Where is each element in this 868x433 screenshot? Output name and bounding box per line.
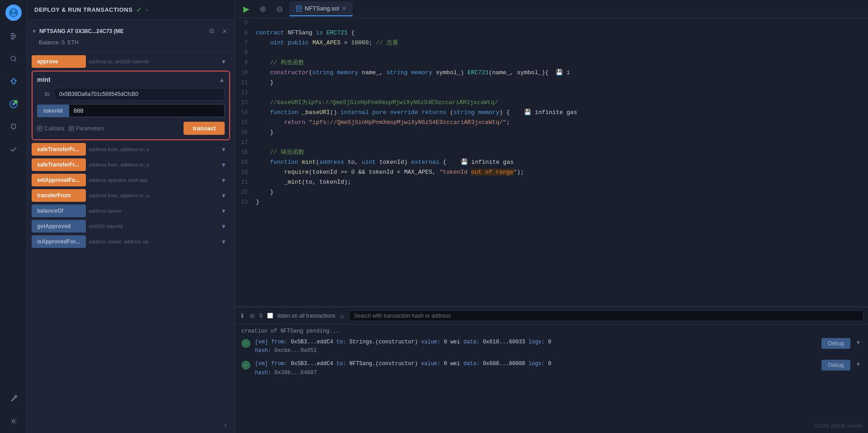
mint-to-value: 0x5B38Da6a701c568545dCfcB0: [54, 88, 225, 100]
set-approval-row: setApprovalFo... address operator, bool …: [32, 174, 230, 186]
svg-rect-31: [297, 6, 301, 11]
pending-message: creation of NFTSang pending...: [241, 328, 862, 334]
get-approved-row: getApproved uint256 tokenId ▼: [32, 220, 230, 233]
console-expand-btn[interactable]: ›: [224, 421, 226, 429]
svg-point-2: [11, 14, 16, 16]
search-tx-input[interactable]: [349, 310, 863, 321]
code-line-8: 8: [235, 48, 868, 58]
svg-rect-3: [11, 33, 14, 34]
panel-title: DEPLOY & RUN TRANSACTIONS: [34, 6, 132, 13]
mint-collapse-btn[interactable]: ▲: [219, 76, 225, 83]
code-line-19: 19 function mint(address to, uint tokenI…: [235, 157, 868, 167]
safe-transfer-2-row: safeTransferFr... address from, address …: [32, 158, 230, 171]
contract-header: ▼ NFTSANG AT 0X38C...24C73 (ME ⧉ ✕: [32, 24, 230, 38]
svg-rect-20: [11, 396, 16, 401]
console-clear-btn[interactable]: ⊘: [250, 312, 255, 319]
console-toolbar: ⬇ ⊘ 0 listen on all transactions ⌕: [235, 307, 868, 324]
git-icon[interactable]: [6, 74, 21, 89]
get-approved-expand[interactable]: ▼: [217, 221, 230, 232]
zoom-out-button[interactable]: ⊖: [273, 2, 287, 16]
zoom-in-button[interactable]: ⊕: [256, 2, 270, 16]
verify-icon[interactable]: [6, 142, 21, 157]
debug-btn-2[interactable]: Debug: [821, 360, 850, 371]
title-check: ✓: [136, 5, 142, 14]
transact-button[interactable]: transact: [184, 122, 225, 135]
svg-point-21: [14, 395, 17, 398]
code-line-21: 21 _mint(to, tokenId);: [235, 177, 868, 187]
transfer-from-button[interactable]: transferFrom: [32, 189, 86, 202]
tx-1-expand[interactable]: ▼: [855, 338, 862, 348]
title-arrow: ›: [146, 6, 147, 13]
safe-transfer-1-button[interactable]: safeTransferFr...: [32, 143, 86, 156]
parameters-button[interactable]: Parameters: [69, 125, 104, 132]
mint-to-label: to:: [37, 91, 51, 97]
svg-rect-14: [12, 124, 15, 128]
svg-line-8: [15, 60, 16, 62]
tx-2-text: [vm] from: 0x5B3...eddC4 to: NFTSang.(co…: [255, 360, 817, 377]
balance-text: Balance: 0. ETH: [32, 38, 230, 48]
listen-label: listen on all transactions: [278, 313, 335, 319]
transfer-from-expand[interactable]: ▼: [217, 190, 230, 201]
tab-close-btn[interactable]: ✕: [342, 5, 346, 12]
safe-transfer-2-expand[interactable]: ▼: [217, 160, 230, 170]
svg-rect-6: [11, 38, 14, 39]
mint-actions: Calldata Parameters transact: [37, 122, 225, 135]
wrench-icon[interactable]: [6, 391, 21, 406]
debug-icon[interactable]: [6, 119, 21, 134]
transaction-row-1: ✓ [vm] from: 0x5B3...eddC4 to: Strings.(…: [241, 338, 862, 355]
safe-transfer-1-expand[interactable]: ▼: [217, 144, 230, 155]
console-content: creation of NFTSang pending... ✓ [vm] fr…: [235, 324, 868, 433]
listen-checkbox[interactable]: [267, 313, 273, 319]
approve-button[interactable]: approve: [32, 55, 86, 68]
console-collapse-btn[interactable]: ⬇: [240, 312, 245, 319]
token-id-label: tokenId: [37, 105, 69, 117]
calldata-button[interactable]: Calldata: [37, 125, 64, 132]
tx-2-expand[interactable]: ▼: [855, 360, 862, 370]
mint-header: mint ▲: [37, 76, 225, 83]
balance-of-expand[interactable]: ▼: [217, 206, 230, 216]
code-line-22: 22 }: [235, 187, 868, 197]
editor-toolbar: ▶ ⊕ ⊖ NFTSang.sol ✕: [235, 0, 868, 18]
settings-icon[interactable]: [6, 414, 21, 428]
copy-icon[interactable]: ⧉: [207, 26, 217, 36]
debug-btn-1[interactable]: Debug: [821, 338, 850, 349]
tx-1-status: ✓: [241, 339, 250, 348]
code-line-16: 16 }: [235, 128, 868, 138]
transfer-from-row: transferFrom address from, address to, u…: [32, 189, 230, 202]
close-icon[interactable]: ✕: [219, 27, 230, 36]
safe-transfer-2-button[interactable]: safeTransferFr...: [32, 158, 86, 171]
icon-bar: [0, 0, 27, 433]
get-approved-params: uint256 tokenId: [89, 224, 214, 229]
code-line-20: 20 require(tokenId >= 0 && tokenId < MAX…: [235, 167, 868, 177]
code-line-5: 5: [235, 18, 868, 28]
files-icon[interactable]: [6, 29, 21, 43]
search-icon[interactable]: [6, 52, 21, 66]
play-button[interactable]: ▶: [240, 2, 253, 16]
token-id-input[interactable]: [69, 104, 225, 117]
editor-tab[interactable]: NFTSang.sol ✕: [289, 1, 353, 16]
get-approved-button[interactable]: getApproved: [32, 220, 86, 233]
is-approved-for-button[interactable]: isApprovedFor...: [32, 235, 86, 248]
svg-marker-9: [11, 78, 16, 84]
code-line-13: 13 //baseURI为ipfs://QmeSjSinHpPnmXmspMjw…: [235, 98, 868, 108]
approve-row: approve address to, uint256 tokenId ▼: [32, 55, 230, 68]
is-approved-for-expand[interactable]: ▼: [217, 237, 230, 247]
watermark: CSDN @哈桑compile: [815, 423, 863, 429]
svg-rect-5: [11, 37, 16, 38]
functions-area: approve address to, uint256 tokenId ▼ mi…: [27, 52, 235, 433]
svg-point-22: [12, 420, 14, 423]
console-search-btn[interactable]: ⌕: [340, 312, 344, 320]
code-line-17: 17: [235, 138, 868, 148]
svg-point-13: [14, 100, 18, 104]
deploy-icon[interactable]: [6, 97, 21, 111]
code-line-9: 9 // 构造函数: [235, 58, 868, 68]
set-approval-expand[interactable]: ▼: [217, 175, 230, 186]
app-logo: [5, 5, 22, 21]
approve-expand[interactable]: ▼: [217, 57, 230, 67]
code-line-12: 12: [235, 88, 868, 98]
code-editor[interactable]: 5 6 contract NFTSang is ERC721 { 7 uint …: [235, 18, 868, 306]
balance-of-params: address owner: [89, 208, 214, 214]
balance-of-button[interactable]: balanceOf: [32, 205, 86, 217]
contract-section: ▼ NFTSANG AT 0X38C...24C73 (ME ⧉ ✕ Balan…: [27, 20, 235, 52]
set-approval-button[interactable]: setApprovalFo...: [32, 174, 86, 186]
